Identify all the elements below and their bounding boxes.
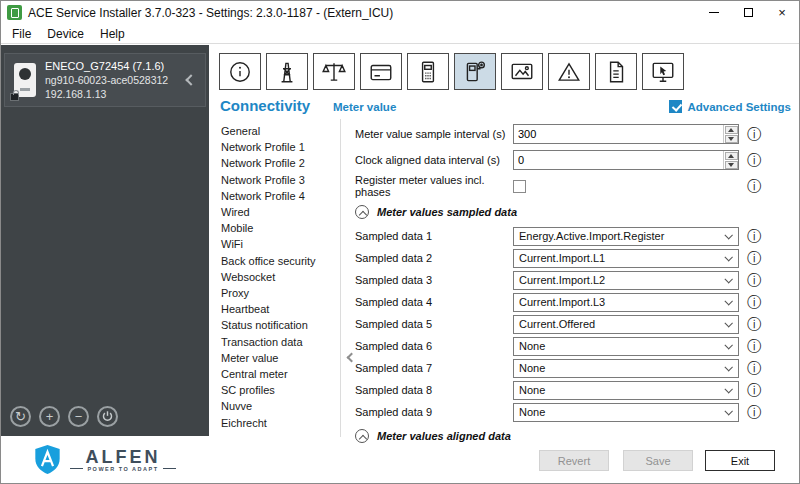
sampled-data-row: Sampled data 1 Energy.Active.Import.Regi… bbox=[341, 225, 793, 247]
sampled-data-row: Sampled data 8 None ⓘ bbox=[341, 379, 793, 401]
up-arrow-icon bbox=[728, 128, 734, 132]
nav-item-eichrecht[interactable]: Eichrecht bbox=[221, 415, 339, 431]
info-icon[interactable]: ⓘ bbox=[747, 361, 761, 375]
info-icon[interactable]: ⓘ bbox=[747, 273, 761, 287]
aligned-data-section-header[interactable]: Meter values aligned data bbox=[341, 423, 793, 449]
toolbar-payment-terminal-button[interactable] bbox=[407, 53, 449, 90]
exit-button[interactable]: Exit bbox=[705, 450, 775, 471]
sampled-data-1-select[interactable]: Energy.Active.Import.Register bbox=[513, 227, 739, 246]
category-toolbar bbox=[219, 53, 684, 90]
nav-item-websocket[interactable]: Websocket bbox=[221, 269, 339, 285]
close-button[interactable]: × bbox=[765, 1, 799, 24]
section-title: Meter values sampled data bbox=[377, 206, 517, 218]
spin-up-button[interactable] bbox=[725, 152, 738, 160]
toolbar-info-button[interactable] bbox=[219, 53, 261, 90]
nav-item-network-profile-3[interactable]: Network Profile 3 bbox=[221, 172, 339, 188]
sampled-data-4-select[interactable]: Current.Import.L3 bbox=[513, 293, 739, 312]
sampled-data-section-header[interactable]: Meter values sampled data bbox=[341, 199, 793, 225]
document-icon bbox=[603, 59, 629, 85]
info-icon[interactable]: ⓘ bbox=[747, 405, 761, 419]
sampled-data-3-select[interactable]: Current.Import.L2 bbox=[513, 271, 739, 290]
nav-item-sc-profiles[interactable]: SC profiles bbox=[221, 382, 339, 398]
clock-aligned-input[interactable] bbox=[513, 150, 739, 170]
spin-up-button[interactable] bbox=[725, 126, 738, 134]
chevron-down-icon bbox=[724, 253, 732, 261]
spin-down-button[interactable] bbox=[725, 135, 738, 143]
info-icon[interactable]: ⓘ bbox=[747, 251, 761, 265]
sampled-data-6-select[interactable]: None bbox=[513, 337, 739, 356]
sampled-data-2-select[interactable]: Current.Import.L1 bbox=[513, 249, 739, 268]
sample-interval-input[interactable] bbox=[513, 124, 739, 144]
maximize-icon bbox=[744, 8, 753, 17]
maximize-button[interactable] bbox=[731, 1, 765, 24]
sampled-data-8-select[interactable]: None bbox=[513, 381, 739, 400]
remove-device-button[interactable]: − bbox=[68, 406, 89, 427]
menu-help[interactable]: Help bbox=[92, 25, 133, 43]
toolbar-charge-point-button[interactable] bbox=[454, 53, 496, 90]
sampled-data-7-select[interactable]: None bbox=[513, 359, 739, 378]
nav-item-wifi[interactable]: WiFi bbox=[221, 236, 339, 252]
nav-item-back-office-security[interactable]: Back office security bbox=[221, 253, 339, 269]
nav-item-transaction-data[interactable]: Transaction data bbox=[221, 334, 339, 350]
nav-item-nuvve[interactable]: Nuvve bbox=[221, 398, 339, 414]
subpage-title: Meter value bbox=[333, 101, 396, 113]
info-icon[interactable]: ⓘ bbox=[747, 127, 761, 141]
device-list-item[interactable]: ENECO_G72454 (7.1.6) ng910-60023-ace0528… bbox=[4, 53, 206, 107]
device-collapse-icon[interactable] bbox=[185, 74, 196, 85]
toolbar-logging-button[interactable] bbox=[595, 53, 637, 90]
nav-item-status-notification[interactable]: Status notification bbox=[221, 317, 339, 333]
toolbar-warnings-button[interactable] bbox=[548, 53, 590, 90]
nav-item-wired[interactable]: Wired bbox=[221, 204, 339, 220]
advanced-settings-checkbox[interactable] bbox=[669, 100, 682, 113]
clock-aligned-value[interactable] bbox=[514, 151, 723, 169]
nav-item-network-profile-1[interactable]: Network Profile 1 bbox=[221, 139, 339, 155]
info-icon[interactable]: ⓘ bbox=[747, 229, 761, 243]
save-button[interactable]: Save bbox=[623, 450, 693, 471]
minimize-icon bbox=[709, 12, 719, 13]
spin-down-button[interactable] bbox=[725, 161, 738, 169]
nav-item-general[interactable]: General bbox=[221, 123, 339, 139]
sample-interval-value[interactable] bbox=[514, 125, 723, 143]
nav-item-mobile[interactable]: Mobile bbox=[221, 220, 339, 236]
brand-name: ALFEN bbox=[86, 448, 161, 466]
nav-item-network-profile-4[interactable]: Network Profile 4 bbox=[221, 188, 339, 204]
nav-item-proxy[interactable]: Proxy bbox=[221, 285, 339, 301]
nav-item-heartbeat[interactable]: Heartbeat bbox=[221, 301, 339, 317]
sampled-data-9-select[interactable]: None bbox=[513, 403, 739, 422]
menu-device[interactable]: Device bbox=[39, 25, 92, 43]
collapse-up-icon[interactable] bbox=[355, 205, 369, 219]
up-arrow-icon bbox=[728, 154, 734, 158]
advanced-settings-toggle[interactable]: Advanced Settings bbox=[669, 100, 791, 113]
selected-value: Current.Import.L1 bbox=[519, 252, 605, 264]
toolbar-remote-session-button[interactable] bbox=[642, 53, 684, 90]
collapse-up-icon[interactable] bbox=[355, 429, 369, 443]
refresh-devices-button[interactable]: ↻ bbox=[10, 406, 31, 427]
scales-icon bbox=[321, 59, 347, 85]
add-device-button[interactable]: + bbox=[39, 406, 60, 427]
menu-file[interactable]: File bbox=[4, 25, 39, 43]
revert-button[interactable]: Revert bbox=[539, 450, 609, 471]
info-icon[interactable]: ⓘ bbox=[747, 153, 761, 167]
info-icon[interactable]: ⓘ bbox=[747, 179, 761, 193]
app-icon bbox=[7, 5, 22, 20]
sampled-data-row: Sampled data 9 None ⓘ bbox=[341, 401, 793, 423]
toolbar-display-button[interactable] bbox=[501, 53, 543, 90]
device-code: ng910-60023-ace0528312 bbox=[45, 73, 168, 87]
nav-item-central-meter[interactable]: Central meter bbox=[221, 366, 339, 382]
power-button[interactable] bbox=[97, 406, 118, 427]
title-bar: ACE Service Installer 3.7.0-323 - Settin… bbox=[1, 1, 799, 24]
info-icon[interactable]: ⓘ bbox=[747, 317, 761, 331]
toolbar-grid-power-button[interactable] bbox=[266, 53, 308, 90]
register-phases-checkbox[interactable] bbox=[513, 180, 526, 193]
toolbar-load-balancing-button[interactable] bbox=[313, 53, 355, 90]
toolbar-rfid-card-button[interactable] bbox=[360, 53, 402, 90]
info-icon[interactable]: ⓘ bbox=[747, 339, 761, 353]
nav-item-network-profile-2[interactable]: Network Profile 2 bbox=[221, 155, 339, 171]
nav-item-meter-value[interactable]: Meter value bbox=[221, 350, 339, 366]
power-tower-icon bbox=[274, 59, 300, 85]
sampled-data-5-select[interactable]: Current.Offered bbox=[513, 315, 739, 334]
minimize-button[interactable] bbox=[697, 1, 731, 24]
info-icon[interactable]: ⓘ bbox=[747, 295, 761, 309]
info-icon[interactable]: ⓘ bbox=[747, 383, 761, 397]
down-arrow-icon bbox=[728, 163, 734, 167]
